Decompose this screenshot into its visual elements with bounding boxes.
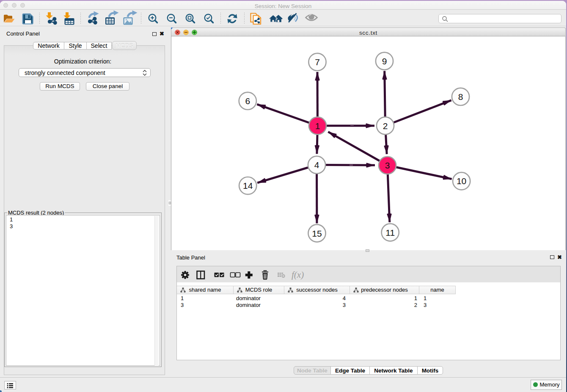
svg-text:9: 9 bbox=[382, 56, 387, 66]
svg-text:7: 7 bbox=[315, 57, 320, 67]
svg-text:3: 3 bbox=[385, 160, 390, 170]
svg-text:15: 15 bbox=[312, 229, 322, 238]
svg-text:6: 6 bbox=[245, 96, 250, 106]
svg-text:2: 2 bbox=[383, 121, 388, 131]
svg-text:11: 11 bbox=[385, 228, 395, 237]
svg-text:4: 4 bbox=[314, 160, 319, 170]
svg-text:f(x): f(x) bbox=[292, 270, 304, 280]
svg-text:10: 10 bbox=[457, 176, 466, 186]
svg-text:8: 8 bbox=[458, 92, 463, 102]
svg-text:14: 14 bbox=[243, 181, 253, 190]
svg-text:1: 1 bbox=[315, 121, 320, 131]
